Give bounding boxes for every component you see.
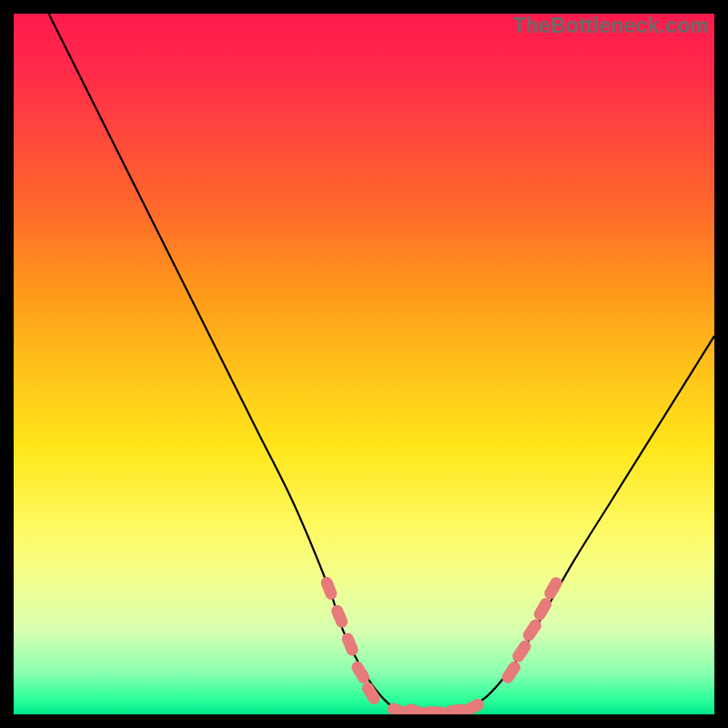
curve-marker <box>542 575 564 602</box>
chart-frame: TheBottleneck.com <box>14 14 714 714</box>
curve-marker <box>422 706 446 714</box>
curve-marker <box>340 632 360 658</box>
curve-marker <box>319 575 339 602</box>
plot-area <box>14 14 714 714</box>
curve-marker <box>511 638 533 664</box>
curve-marker <box>349 659 372 685</box>
curve-marker <box>329 603 349 630</box>
bottleneck-curve <box>49 14 715 714</box>
watermark-label: TheBottleneck.com <box>512 14 709 38</box>
curve-marker <box>500 659 522 685</box>
bottleneck-curve-svg <box>14 14 714 714</box>
